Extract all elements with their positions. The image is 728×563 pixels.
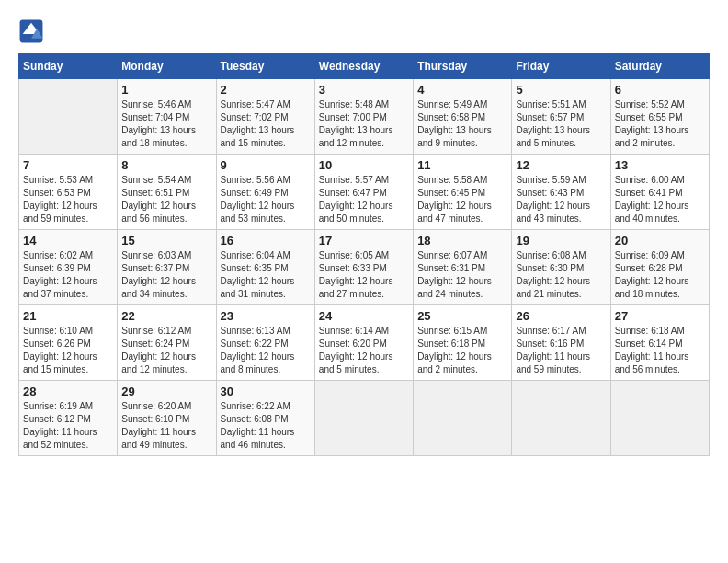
day-number: 19 <box>516 234 606 247</box>
weekday-header: Friday <box>512 54 610 79</box>
day-info: Sunrise: 5:57 AM Sunset: 6:47 PM Dayligh… <box>319 174 409 225</box>
weekday-header: Tuesday <box>216 54 314 79</box>
day-info: Sunrise: 6:03 AM Sunset: 6:37 PM Dayligh… <box>121 249 211 301</box>
day-number: 10 <box>319 158 409 172</box>
weekday-header: Saturday <box>610 54 709 79</box>
day-info: Sunrise: 5:49 AM Sunset: 6:58 PM Dayligh… <box>417 98 507 150</box>
day-number: 13 <box>615 158 705 172</box>
calendar-week-row: 28Sunrise: 6:19 AM Sunset: 6:12 PM Dayli… <box>19 381 710 456</box>
day-info: Sunrise: 6:08 AM Sunset: 6:30 PM Dayligh… <box>516 249 606 301</box>
logo-icon <box>18 18 44 44</box>
calendar-cell: 29Sunrise: 6:20 AM Sunset: 6:10 PM Dayli… <box>118 381 216 456</box>
weekday-header: Wednesday <box>314 54 413 79</box>
day-info: Sunrise: 6:04 AM Sunset: 6:35 PM Dayligh… <box>221 249 311 301</box>
day-info: Sunrise: 5:56 AM Sunset: 6:49 PM Dayligh… <box>221 174 311 225</box>
day-number: 26 <box>516 309 606 323</box>
calendar-cell: 25Sunrise: 6:15 AM Sunset: 6:18 PM Dayli… <box>414 305 512 381</box>
calendar-cell: 27Sunrise: 6:18 AM Sunset: 6:14 PM Dayli… <box>610 305 709 381</box>
page-header <box>18 18 710 44</box>
calendar-cell <box>610 381 709 456</box>
weekday-header: Sunday <box>19 54 118 79</box>
calendar-cell: 3Sunrise: 5:48 AM Sunset: 7:00 PM Daylig… <box>314 79 413 155</box>
day-number: 18 <box>417 234 507 247</box>
weekday-header: Monday <box>118 54 216 79</box>
calendar-cell: 15Sunrise: 6:03 AM Sunset: 6:37 PM Dayli… <box>118 230 216 305</box>
calendar-cell: 4Sunrise: 5:49 AM Sunset: 6:58 PM Daylig… <box>414 79 512 155</box>
calendar-table: SundayMondayTuesdayWednesdayThursdayFrid… <box>18 53 710 456</box>
day-number: 15 <box>121 234 211 247</box>
day-number: 4 <box>417 83 507 97</box>
day-info: Sunrise: 6:19 AM Sunset: 6:12 PM Dayligh… <box>23 400 113 452</box>
calendar-cell: 12Sunrise: 5:59 AM Sunset: 6:43 PM Dayli… <box>512 155 610 230</box>
calendar-cell: 26Sunrise: 6:17 AM Sunset: 6:16 PM Dayli… <box>512 305 610 381</box>
calendar-cell: 2Sunrise: 5:47 AM Sunset: 7:02 PM Daylig… <box>216 79 314 155</box>
day-number: 12 <box>516 158 606 172</box>
calendar-cell: 16Sunrise: 6:04 AM Sunset: 6:35 PM Dayli… <box>216 230 314 305</box>
calendar-cell: 28Sunrise: 6:19 AM Sunset: 6:12 PM Dayli… <box>19 381 118 456</box>
calendar-cell <box>414 381 512 456</box>
day-info: Sunrise: 5:58 AM Sunset: 6:45 PM Dayligh… <box>417 174 507 225</box>
calendar-cell: 8Sunrise: 5:54 AM Sunset: 6:51 PM Daylig… <box>118 155 216 230</box>
day-info: Sunrise: 5:59 AM Sunset: 6:43 PM Dayligh… <box>516 174 606 225</box>
day-info: Sunrise: 5:48 AM Sunset: 7:00 PM Dayligh… <box>319 98 409 150</box>
calendar-cell: 6Sunrise: 5:52 AM Sunset: 6:55 PM Daylig… <box>610 79 709 155</box>
day-number: 7 <box>23 158 113 172</box>
calendar-cell <box>512 381 610 456</box>
day-info: Sunrise: 5:46 AM Sunset: 7:04 PM Dayligh… <box>121 98 211 150</box>
calendar-cell: 17Sunrise: 6:05 AM Sunset: 6:33 PM Dayli… <box>314 230 413 305</box>
day-number: 27 <box>615 309 705 323</box>
calendar-cell <box>314 381 413 456</box>
day-info: Sunrise: 6:18 AM Sunset: 6:14 PM Dayligh… <box>615 325 705 376</box>
day-number: 1 <box>121 83 211 97</box>
day-info: Sunrise: 6:05 AM Sunset: 6:33 PM Dayligh… <box>319 249 409 301</box>
calendar-cell: 5Sunrise: 5:51 AM Sunset: 6:57 PM Daylig… <box>512 79 610 155</box>
day-number: 24 <box>319 309 409 323</box>
day-number: 2 <box>221 83 311 97</box>
calendar-week-row: 21Sunrise: 6:10 AM Sunset: 6:26 PM Dayli… <box>19 305 710 381</box>
day-number: 8 <box>121 158 211 172</box>
day-number: 21 <box>23 309 113 323</box>
day-info: Sunrise: 6:15 AM Sunset: 6:18 PM Dayligh… <box>417 325 507 376</box>
calendar-cell: 30Sunrise: 6:22 AM Sunset: 6:08 PM Dayli… <box>216 381 314 456</box>
day-info: Sunrise: 5:53 AM Sunset: 6:53 PM Dayligh… <box>23 174 113 225</box>
day-info: Sunrise: 5:51 AM Sunset: 6:57 PM Dayligh… <box>516 98 606 150</box>
calendar-cell: 10Sunrise: 5:57 AM Sunset: 6:47 PM Dayli… <box>314 155 413 230</box>
calendar-cell: 11Sunrise: 5:58 AM Sunset: 6:45 PM Dayli… <box>414 155 512 230</box>
day-info: Sunrise: 5:47 AM Sunset: 7:02 PM Dayligh… <box>221 98 311 150</box>
calendar-cell <box>19 79 118 155</box>
day-number: 17 <box>319 234 409 247</box>
calendar-cell: 13Sunrise: 6:00 AM Sunset: 6:41 PM Dayli… <box>610 155 709 230</box>
day-info: Sunrise: 6:17 AM Sunset: 6:16 PM Dayligh… <box>516 325 606 376</box>
calendar-cell: 9Sunrise: 5:56 AM Sunset: 6:49 PM Daylig… <box>216 155 314 230</box>
day-info: Sunrise: 6:07 AM Sunset: 6:31 PM Dayligh… <box>417 249 507 301</box>
day-info: Sunrise: 6:13 AM Sunset: 6:22 PM Dayligh… <box>221 325 311 376</box>
calendar-cell: 23Sunrise: 6:13 AM Sunset: 6:22 PM Dayli… <box>216 305 314 381</box>
day-number: 20 <box>615 234 705 247</box>
day-number: 29 <box>121 385 211 398</box>
day-number: 5 <box>516 83 606 97</box>
day-number: 25 <box>417 309 507 323</box>
calendar-cell: 18Sunrise: 6:07 AM Sunset: 6:31 PM Dayli… <box>414 230 512 305</box>
day-info: Sunrise: 6:10 AM Sunset: 6:26 PM Dayligh… <box>23 325 113 376</box>
calendar-cell: 1Sunrise: 5:46 AM Sunset: 7:04 PM Daylig… <box>118 79 216 155</box>
calendar-week-row: 14Sunrise: 6:02 AM Sunset: 6:39 PM Dayli… <box>19 230 710 305</box>
day-number: 23 <box>221 309 311 323</box>
calendar-cell: 21Sunrise: 6:10 AM Sunset: 6:26 PM Dayli… <box>19 305 118 381</box>
calendar-week-row: 7Sunrise: 5:53 AM Sunset: 6:53 PM Daylig… <box>19 155 710 230</box>
calendar-cell: 19Sunrise: 6:08 AM Sunset: 6:30 PM Dayli… <box>512 230 610 305</box>
calendar-cell: 7Sunrise: 5:53 AM Sunset: 6:53 PM Daylig… <box>19 155 118 230</box>
day-info: Sunrise: 6:09 AM Sunset: 6:28 PM Dayligh… <box>615 249 705 301</box>
day-info: Sunrise: 5:52 AM Sunset: 6:55 PM Dayligh… <box>615 98 705 150</box>
calendar-cell: 22Sunrise: 6:12 AM Sunset: 6:24 PM Dayli… <box>118 305 216 381</box>
weekday-header: Thursday <box>414 54 512 79</box>
day-info: Sunrise: 5:54 AM Sunset: 6:51 PM Dayligh… <box>121 174 211 225</box>
day-number: 3 <box>319 83 409 97</box>
calendar-week-row: 1Sunrise: 5:46 AM Sunset: 7:04 PM Daylig… <box>19 79 710 155</box>
day-info: Sunrise: 6:12 AM Sunset: 6:24 PM Dayligh… <box>121 325 211 376</box>
weekday-header-row: SundayMondayTuesdayWednesdayThursdayFrid… <box>19 54 710 79</box>
day-info: Sunrise: 6:20 AM Sunset: 6:10 PM Dayligh… <box>121 400 211 452</box>
day-number: 16 <box>221 234 311 247</box>
day-info: Sunrise: 6:00 AM Sunset: 6:41 PM Dayligh… <box>615 174 705 225</box>
day-number: 9 <box>221 158 311 172</box>
calendar-cell: 14Sunrise: 6:02 AM Sunset: 6:39 PM Dayli… <box>19 230 118 305</box>
